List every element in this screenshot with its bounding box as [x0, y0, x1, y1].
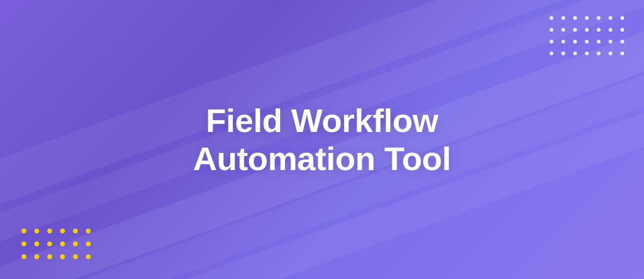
hero-title: Field Workflow Automation Tool — [193, 101, 451, 178]
dot — [73, 254, 78, 259]
dot — [73, 229, 78, 233]
dot — [550, 16, 553, 20]
dot — [561, 16, 565, 20]
dot — [609, 28, 612, 32]
dot — [34, 241, 39, 246]
dot — [620, 52, 624, 55]
dot — [609, 16, 612, 20]
dot — [573, 40, 577, 43]
dot — [597, 40, 601, 43]
dot — [597, 28, 601, 32]
dot — [573, 28, 577, 32]
dot — [585, 52, 589, 55]
dot — [47, 241, 52, 246]
dot — [21, 254, 26, 259]
dot — [620, 28, 624, 32]
dot — [34, 254, 39, 259]
dot — [573, 16, 577, 20]
dot — [21, 241, 26, 246]
dot — [550, 52, 553, 55]
dot — [585, 16, 589, 20]
dot — [597, 52, 601, 55]
dot — [585, 40, 589, 43]
dot — [86, 229, 91, 233]
dot — [597, 16, 601, 20]
yellow-dot-grid — [21, 229, 94, 263]
dot — [573, 52, 577, 55]
dot — [561, 28, 565, 32]
dot — [34, 229, 39, 233]
title-line-2: Automation Tool — [193, 140, 451, 177]
dot — [609, 40, 612, 43]
dot — [47, 254, 52, 259]
dot — [550, 28, 553, 32]
dot — [60, 241, 65, 246]
dot — [561, 40, 565, 43]
dot — [86, 241, 91, 246]
dot — [620, 16, 624, 20]
white-dot-grid — [550, 16, 628, 59]
title-line-1: Field Workflow — [206, 102, 438, 139]
dot — [47, 229, 52, 233]
dot — [609, 52, 612, 55]
dot — [86, 254, 91, 259]
dot — [620, 40, 624, 43]
hero-banner: Field Workflow Automation Tool — [0, 0, 644, 279]
dot — [60, 229, 65, 233]
dot — [585, 28, 589, 32]
dot — [60, 254, 65, 259]
dot — [550, 40, 553, 43]
dot — [561, 52, 565, 55]
hero-title-container: Field Workflow Automation Tool — [193, 101, 451, 178]
dot — [21, 229, 26, 233]
dot — [73, 241, 78, 246]
